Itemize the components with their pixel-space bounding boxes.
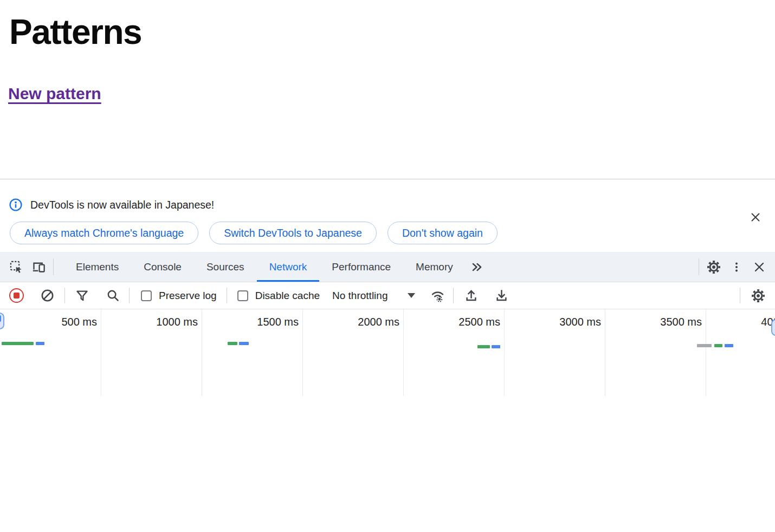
overview-gridline — [302, 309, 303, 396]
overview-request-bar — [714, 344, 722, 347]
new-pattern-link[interactable]: New pattern — [8, 85, 101, 103]
network-toolbar: Preserve log Disable cache No throttling — [0, 282, 775, 309]
overview-request-bar — [697, 344, 712, 347]
tab-performance[interactable]: Performance — [319, 252, 403, 282]
disable-cache-checkbox[interactable] — [237, 290, 248, 301]
settings-gear-icon[interactable] — [702, 252, 725, 282]
infobar-button-don-t-show-again[interactable]: Don't show again — [388, 222, 498, 244]
tab-sources[interactable]: Sources — [194, 252, 257, 282]
preserve-log-label[interactable]: Preserve log — [159, 290, 217, 302]
network-conditions-icon[interactable] — [429, 288, 445, 304]
screen: Patterns New pattern DevTools is now ava… — [0, 0, 775, 532]
overview-request-bar — [2, 342, 34, 345]
page-title: Patterns — [9, 12, 141, 52]
overview-request-bar — [492, 345, 500, 348]
overview-gridline — [504, 309, 505, 396]
overview-request-bar — [228, 342, 237, 345]
divider — [53, 258, 54, 275]
infobar-close-icon[interactable] — [748, 210, 763, 225]
overview-gridline — [403, 309, 404, 396]
overview-request-bar — [239, 342, 249, 345]
overview-request-bar — [36, 342, 44, 345]
overview-tick-label: 3500 ms — [660, 316, 702, 328]
devtools-close-icon[interactable] — [748, 252, 771, 282]
overview-tick-label: 1000 ms — [156, 316, 198, 328]
info-icon — [9, 198, 23, 212]
tab-memory[interactable]: Memory — [403, 252, 466, 282]
record-network-log-button[interactable] — [8, 288, 24, 304]
device-toolbar-button[interactable] — [27, 252, 50, 282]
chevron-down-icon — [408, 293, 415, 298]
overview-tick-label: 3000 ms — [559, 316, 601, 328]
infobar-button-switch-devtools-to-japanese[interactable]: Switch DevTools to Japanese — [209, 222, 377, 244]
overview-request-bar — [725, 344, 733, 347]
divider — [64, 288, 65, 303]
overview-gridline — [605, 309, 605, 396]
tab-strip: ElementsConsoleSourcesNetworkPerformance… — [63, 252, 466, 282]
infobar-message-row: DevTools is now available in Japanese! — [9, 198, 214, 212]
divider — [740, 288, 740, 303]
tab-console[interactable]: Console — [131, 252, 194, 282]
throttling-value: No throttling — [332, 290, 388, 302]
divider — [129, 288, 130, 303]
infobar-buttons: Always match Chrome's languageSwitch Dev… — [10, 222, 498, 244]
tabbar-right-controls — [695, 252, 775, 282]
overview-gridline — [101, 309, 101, 396]
overview-tick-label: 2000 ms — [358, 316, 399, 328]
import-har-icon[interactable] — [463, 288, 479, 304]
overview-request-bar — [477, 345, 490, 348]
overview-tick-label: 1500 ms — [257, 316, 299, 328]
overview-right-handle[interactable] — [771, 319, 775, 336]
network-overview[interactable]: 500 ms1000 ms1500 ms2000 ms2500 ms3000 m… — [0, 309, 775, 396]
page-content: Patterns New pattern — [0, 0, 775, 179]
disable-cache-label[interactable]: Disable cache — [255, 290, 320, 302]
overview-gridline — [706, 309, 706, 396]
throttling-select[interactable]: No throttling — [332, 290, 415, 302]
tab-elements[interactable]: Elements — [63, 252, 131, 282]
kebab-menu-icon[interactable] — [725, 252, 748, 282]
export-har-icon[interactable] — [493, 288, 509, 304]
divider — [453, 288, 454, 303]
more-tabs-button[interactable] — [466, 252, 488, 282]
overview-left-handle[interactable] — [0, 313, 4, 329]
overview-tick-label: 2500 ms — [458, 316, 500, 328]
clear-network-log-button[interactable] — [39, 288, 55, 304]
tab-network[interactable]: Network — [257, 252, 320, 282]
divider — [699, 258, 699, 275]
divider — [227, 288, 227, 303]
infobar-message: DevTools is now available in Japanese! — [30, 199, 214, 211]
preserve-log-checkbox[interactable] — [141, 290, 152, 301]
devtools-tabbar: ElementsConsoleSourcesNetworkPerformance… — [0, 252, 775, 282]
filter-icon[interactable] — [74, 288, 90, 304]
devtools-infobar: DevTools is now available in Japanese! A… — [0, 179, 775, 252]
search-icon[interactable] — [105, 288, 121, 304]
devtools-panel: DevTools is now available in Japanese! A… — [0, 179, 775, 532]
overview-tick-label: 500 ms — [61, 316, 97, 328]
network-settings-gear-icon[interactable] — [750, 288, 766, 304]
overview-gridline — [202, 309, 202, 396]
infobar-button-always-match-chrome-s-language[interactable]: Always match Chrome's language — [10, 222, 198, 244]
inspect-element-button[interactable] — [4, 252, 27, 282]
